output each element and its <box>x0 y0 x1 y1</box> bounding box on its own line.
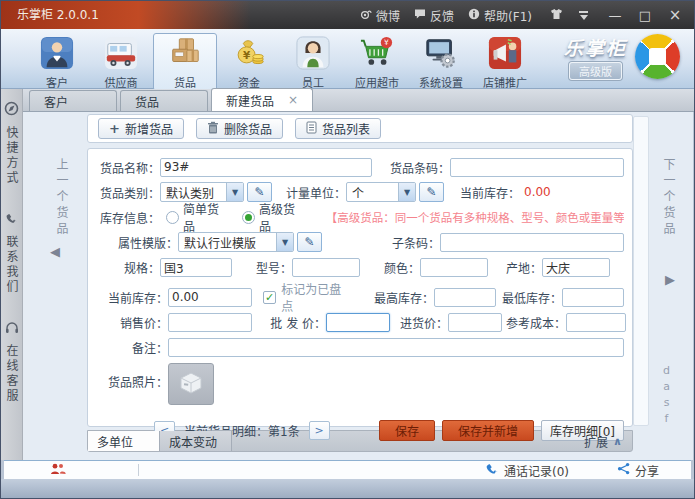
advanced-goods-hint: 【高级货品：同一个货品有多种规格、型号、颜色或重量等信息】 <box>326 209 624 225</box>
barcode-input[interactable] <box>450 158 624 177</box>
counted-checkbox[interactable]: ✓ <box>263 291 276 304</box>
headphones-icon[interactable] <box>5 321 19 337</box>
counted-label[interactable]: 标记为已盘点 <box>281 280 348 314</box>
help-button[interactable]: 帮助(F1) <box>468 7 532 24</box>
weibo-button[interactable]: 微博 <box>360 7 400 24</box>
weibo-label: 微博 <box>376 7 400 24</box>
cube-icon <box>178 371 204 398</box>
share-button[interactable]: 分享 <box>617 462 659 479</box>
tab-multi-unit[interactable]: 多单位 <box>88 431 160 451</box>
edition-badge: 高级版 <box>569 62 622 80</box>
minimize-button[interactable]: — <box>600 8 630 23</box>
tab-new-goods[interactable]: 新建货品 × <box>211 88 313 111</box>
goods-photo-placeholder[interactable] <box>168 363 214 405</box>
delete-goods-label: 删除货品 <box>224 120 272 137</box>
tab-customers[interactable]: 客户 <box>29 90 117 111</box>
shortcut-icon[interactable] <box>4 101 19 119</box>
toolbar-label: 系统设置 <box>419 74 463 90</box>
main-toolbar: 客户 供应商 货品 ¥ 资金 员工 ¥ 应用超市 系统设置 店铺推广 <box>1 29 694 89</box>
toolbar-item-suppliers[interactable]: 供应商 <box>89 33 153 91</box>
next-item-label[interactable]: 下一个货品 <box>660 158 677 238</box>
goods-name-input[interactable] <box>160 158 372 177</box>
min-stock-input[interactable] <box>562 288 624 307</box>
expand-toggle[interactable]: 扩展 ∧ <box>584 431 632 451</box>
max-stock-input[interactable] <box>434 288 496 307</box>
status-bar: 通话记录(0) 分享 <box>4 460 691 479</box>
tab-cost-change[interactable]: 成本变动 <box>160 431 232 451</box>
chevron-down-icon: ▼ <box>398 183 415 201</box>
sub-barcode-input[interactable] <box>440 233 624 252</box>
advanced-goods-radio[interactable] <box>242 211 255 224</box>
category-select[interactable]: 默认类别 ▼ <box>160 182 244 202</box>
skin-button[interactable] <box>550 8 563 23</box>
tab-label: 新建货品 <box>226 92 274 109</box>
edit-template-button[interactable]: ✎ <box>297 232 322 252</box>
feedback-button[interactable]: 反馈 <box>414 7 454 24</box>
sale-price-input[interactable] <box>168 313 252 332</box>
online-users-button[interactable] <box>50 463 66 478</box>
watermark-text: dasf <box>660 364 673 428</box>
simple-goods-radio[interactable] <box>166 211 179 224</box>
tab-close-icon[interactable]: × <box>288 93 298 107</box>
toolbar-item-promotion[interactable]: 店铺推广 <box>473 33 537 91</box>
edit-unit-button[interactable]: ✎ <box>419 182 444 202</box>
list-icon <box>306 121 317 137</box>
prev-item-label[interactable]: 上一个货品 <box>53 158 70 238</box>
toolbar-item-customers[interactable]: 客户 <box>25 33 89 91</box>
phone-icon[interactable] <box>5 212 18 228</box>
maximize-button[interactable]: □ <box>630 8 660 23</box>
save-button[interactable]: 保存 <box>379 420 435 441</box>
attr-template-select[interactable]: 默认行业模版 ▼ <box>178 232 294 252</box>
money-bag-icon: ¥ <box>231 36 267 73</box>
left-dock-sidebar: 快捷方式 联系我们 在线客服 <box>1 89 23 460</box>
save-and-new-button[interactable]: 保存并新增 <box>442 420 534 441</box>
toolbar-item-funds[interactable]: ¥ 资金 <box>217 33 281 91</box>
purchase-price-label: 进货价： <box>390 314 448 331</box>
advanced-goods-label[interactable]: 高级货品 <box>259 200 302 234</box>
toolbar-item-app-market[interactable]: ¥ 应用超市 <box>345 33 409 91</box>
main-area: 上一个货品 ◀ 下一个货品 ▶ dasf + 新增货品 删除货品 <box>23 112 693 460</box>
remark-input[interactable] <box>168 338 624 357</box>
color-input[interactable] <box>420 258 488 277</box>
share-icon <box>617 462 630 478</box>
purchase-price-input[interactable] <box>448 313 502 332</box>
edit-category-button[interactable]: ✎ <box>247 182 272 202</box>
origin-input[interactable] <box>542 258 610 277</box>
plus-icon: + <box>109 121 120 136</box>
close-button[interactable]: × <box>660 6 690 24</box>
tab-goods[interactable]: 货品 <box>120 90 208 111</box>
title-bar: 乐掌柜 2.0.0.1 微博 反馈 帮助(F1) — □ <box>1 1 694 29</box>
goods-list-button[interactable]: 货品列表 <box>295 118 381 139</box>
current-stock-input[interactable] <box>168 288 252 307</box>
call-log-button[interactable]: 通话记录(0) <box>485 462 569 479</box>
current-stock-top-value: 0.00 <box>524 185 551 199</box>
toolbar-item-staff[interactable]: 员工 <box>281 33 345 91</box>
sidebar-item-contact-us[interactable]: 联系我们 <box>3 235 20 295</box>
sidebar-item-shortcuts[interactable]: 快捷方式 <box>3 126 20 186</box>
pager-next-button[interactable]: > <box>309 421 330 440</box>
color-label: 颜色： <box>360 259 420 276</box>
attr-template-label: 属性模版： <box>104 234 178 251</box>
toolbar-item-goods[interactable]: 货品 <box>153 33 217 91</box>
next-arrow-icon[interactable]: ▶ <box>665 272 675 287</box>
toolbar-item-settings[interactable]: 系统设置 <box>409 33 473 91</box>
ref-cost-input[interactable] <box>566 313 626 332</box>
wholesale-price-input[interactable] <box>326 313 390 332</box>
collapse-toolbar-button[interactable] <box>579 11 588 20</box>
tab-label: 客户 <box>44 93 68 110</box>
prev-arrow-icon[interactable]: ◀ <box>50 244 60 259</box>
spec-input[interactable] <box>160 258 232 277</box>
unit-select[interactable]: 个 ▼ <box>346 182 416 202</box>
stock-info-label: 库存信息： <box>96 209 160 226</box>
cart-icon: ¥ <box>359 36 395 73</box>
model-input[interactable] <box>292 258 360 277</box>
brand-logo-icon <box>635 34 680 79</box>
sidebar-item-online-service[interactable]: 在线客服 <box>3 344 20 404</box>
feedback-label: 反馈 <box>430 7 454 24</box>
users-icon <box>50 463 66 478</box>
add-goods-button[interactable]: + 新增货品 <box>98 118 184 139</box>
current-stock-label: 当前库存： <box>96 289 168 306</box>
simple-goods-label[interactable]: 简单货品 <box>183 200 226 234</box>
goods-form: 货品名称： 货品条码： 货品类别： 默认类别 ▼ ✎ 计量单位： 个 <box>87 148 633 427</box>
delete-goods-button[interactable]: 删除货品 <box>196 118 283 139</box>
